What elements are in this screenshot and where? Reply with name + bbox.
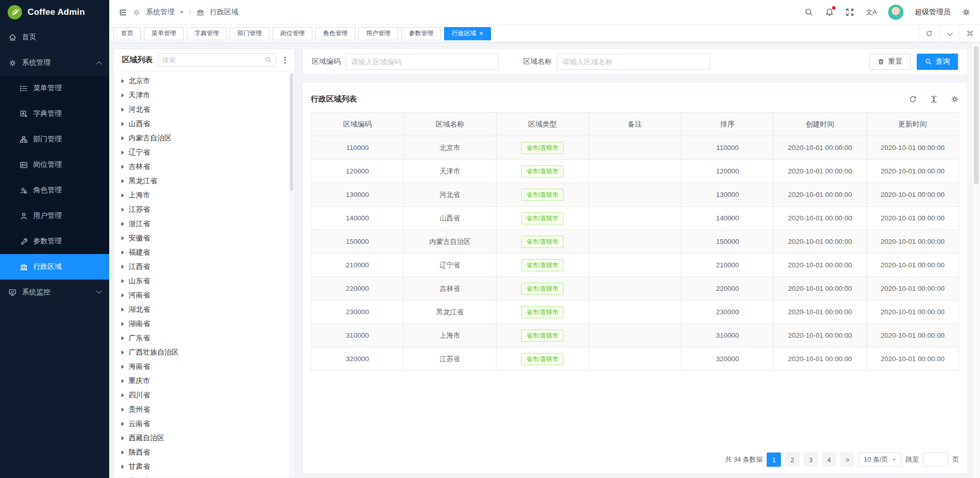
table-row[interactable]: 210000 辽宁省 省市/直辖市 210000 2020-10-01 00:0… xyxy=(311,254,959,277)
caret-right-icon[interactable] xyxy=(121,365,124,369)
caret-right-icon[interactable] xyxy=(121,136,124,140)
caret-right-icon[interactable] xyxy=(121,79,124,83)
tab[interactable]: 用户管理 xyxy=(358,27,398,40)
tree-item[interactable]: 安徽省 xyxy=(114,231,295,245)
maximize-icon[interactable] xyxy=(960,25,980,42)
tree-item[interactable]: 广东省 xyxy=(114,331,295,345)
tree-item[interactable]: 云南省 xyxy=(114,417,295,431)
caret-right-icon[interactable] xyxy=(121,322,124,326)
page-button[interactable]: > xyxy=(840,452,854,467)
tab[interactable]: 字典管理 xyxy=(187,27,227,40)
tab-close-icon[interactable]: × xyxy=(479,30,483,37)
settings-gear-icon[interactable] xyxy=(962,8,971,17)
tree-item[interactable]: 福建省 xyxy=(114,245,295,260)
caret-right-icon[interactable] xyxy=(121,308,124,312)
sidebar-item-user-mgmt[interactable]: 用户管理 xyxy=(0,203,109,229)
tree-item[interactable]: 江苏省 xyxy=(114,203,295,217)
page-scrollbar-thumb[interactable] xyxy=(974,46,978,184)
tree-item[interactable]: 重庆市 xyxy=(114,374,295,388)
caret-right-icon[interactable] xyxy=(121,436,124,440)
table-row[interactable]: 140000 山西省 省市/直辖市 140000 2020-10-01 00:0… xyxy=(311,207,959,230)
reset-button[interactable]: 重置 xyxy=(869,54,911,70)
tree-item[interactable]: 四川省 xyxy=(114,388,295,402)
tree-item[interactable]: 湖北省 xyxy=(114,303,295,317)
caret-right-icon[interactable] xyxy=(121,293,124,297)
sidebar-item-menu-mgmt[interactable]: 菜单管理 xyxy=(0,76,109,101)
caret-right-icon[interactable] xyxy=(121,408,124,412)
search-icon[interactable] xyxy=(265,57,272,63)
tree-item[interactable]: 河北省 xyxy=(114,103,295,117)
tree-scrollbar-thumb[interactable] xyxy=(290,73,293,191)
sidebar-item-dict-mgmt[interactable]: 字典管理 xyxy=(0,101,109,127)
tab[interactable]: 部门管理 xyxy=(230,27,270,40)
caret-right-icon[interactable] xyxy=(121,179,124,183)
table-row[interactable]: 230000 黑龙江省 省市/直辖市 230000 2020-10-01 00:… xyxy=(311,300,959,324)
tree-item[interactable]: 上海市 xyxy=(114,188,295,203)
tree-item[interactable]: 河南省 xyxy=(114,288,295,303)
table-row[interactable]: 130000 河北省 省市/直辖市 130000 2020-10-01 00:0… xyxy=(311,183,959,207)
caret-right-icon[interactable] xyxy=(121,393,124,397)
page-scrollbar[interactable] xyxy=(972,42,980,478)
page-size-select[interactable]: 10 条/页 xyxy=(859,452,901,467)
tree-item[interactable]: 山东省 xyxy=(114,274,295,288)
tree-item[interactable]: 江西省 xyxy=(114,260,295,274)
caret-right-icon[interactable] xyxy=(121,336,124,340)
caret-right-icon[interactable] xyxy=(121,193,124,197)
tree-item[interactable]: 海南省 xyxy=(114,360,295,374)
sidebar-group-monitor[interactable]: 系统监控 xyxy=(0,280,109,305)
tree-item[interactable]: 陕西省 xyxy=(114,445,295,460)
sidebar-item-param-mgmt[interactable]: 参数管理 xyxy=(0,229,109,254)
tree-item[interactable]: 西藏自治区 xyxy=(114,431,295,445)
tree-item[interactable]: 贵州省 xyxy=(114,402,295,417)
table-row[interactable]: 110000 北京市 省市/直辖市 110000 2020-10-01 00:0… xyxy=(311,136,959,160)
tree-item[interactable]: 湖南省 xyxy=(114,317,295,331)
tree-item[interactable]: 广西壮族自治区 xyxy=(114,345,295,360)
caret-right-icon[interactable] xyxy=(121,165,124,169)
sidebar-item-dept-mgmt[interactable]: 部门管理 xyxy=(0,127,109,152)
menu-fold-icon[interactable] xyxy=(118,8,127,17)
caret-right-icon[interactable] xyxy=(121,379,124,383)
caret-right-icon[interactable] xyxy=(121,465,124,469)
tree-item[interactable]: 辽宁省 xyxy=(114,145,295,160)
caret-right-icon[interactable] xyxy=(121,422,124,426)
tree-item[interactable]: 山西省 xyxy=(114,117,295,131)
table-row[interactable]: 120000 天津市 省市/直辖市 120000 2020-10-01 00:0… xyxy=(311,160,959,183)
user-name[interactable]: 超级管理员 xyxy=(915,8,950,17)
search-icon[interactable] xyxy=(804,8,814,17)
search-button[interactable]: 查询 xyxy=(917,54,958,70)
tree-item[interactable]: 北京市 xyxy=(114,74,295,88)
breadcrumb-group[interactable]: 系统管理 xyxy=(146,8,175,17)
page-button[interactable]: 4 xyxy=(822,452,836,467)
table-row[interactable]: 150000 内蒙古自治区 省市/直辖市 150000 2020-10-01 0… xyxy=(311,230,959,254)
app-logo[interactable]: Coffee Admin xyxy=(0,0,109,24)
sidebar-group-system[interactable]: 系统管理 xyxy=(0,50,109,76)
avatar[interactable] xyxy=(888,5,903,20)
refresh-icon[interactable] xyxy=(919,25,939,42)
sidebar-item-role-mgmt[interactable]: 角色管理 xyxy=(0,178,109,203)
tree-item[interactable]: 青海省 xyxy=(114,474,295,477)
table-row[interactable]: 220000 吉林省 省市/直辖市 220000 2020-10-01 00:0… xyxy=(311,277,959,300)
region-name-input[interactable] xyxy=(557,54,710,70)
tree-item[interactable]: 吉林省 xyxy=(114,160,295,174)
table-row[interactable]: 310000 上海市 省市/直辖市 310000 2020-10-01 00:0… xyxy=(311,324,959,347)
refresh-icon[interactable] xyxy=(909,95,917,104)
tab[interactable]: 首页 xyxy=(113,27,141,40)
tree-item[interactable]: 内蒙古自治区 xyxy=(114,131,295,145)
tab[interactable]: 行政区域 × xyxy=(444,27,491,40)
tab[interactable]: 菜单管理 xyxy=(144,27,184,40)
caret-right-icon[interactable] xyxy=(121,150,124,155)
fullscreen-icon[interactable] xyxy=(845,8,854,17)
page-button[interactable]: 2 xyxy=(785,452,799,467)
caret-right-icon[interactable] xyxy=(121,93,124,97)
page-jump-input[interactable] xyxy=(923,452,948,467)
sidebar-item-home[interactable]: 首页 xyxy=(0,24,109,50)
caret-right-icon[interactable] xyxy=(121,108,124,112)
caret-right-icon[interactable] xyxy=(121,236,124,240)
notification-bell-icon[interactable] xyxy=(825,8,834,17)
caret-right-icon[interactable] xyxy=(121,250,124,255)
tree-item[interactable]: 甘肃省 xyxy=(114,460,295,474)
tab[interactable]: 角色管理 xyxy=(315,27,355,40)
caret-right-icon[interactable] xyxy=(121,208,124,212)
translate-icon[interactable]: 文A xyxy=(866,8,877,17)
tree-item[interactable]: 黑龙江省 xyxy=(114,174,295,188)
